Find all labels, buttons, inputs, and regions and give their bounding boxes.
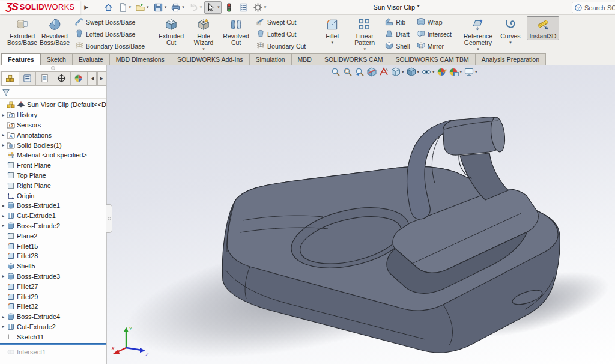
dropdown-arrow-icon[interactable]: ▾	[477, 47, 479, 52]
panel-tab-configuration-manager[interactable]	[35, 71, 53, 86]
dropdown-arrow-icon[interactable]: ▾	[509, 40, 512, 45]
tree-filter-button[interactable]	[0, 86, 106, 99]
shell-button[interactable]: Shell	[382, 40, 412, 52]
tree-item-intersect1[interactable]: Intersect1	[0, 347, 106, 357]
dropdown-arrow-icon[interactable]: ▾	[182, 5, 184, 10]
hide-show-items-button[interactable]: ▾	[421, 67, 435, 77]
select-button[interactable]: ▾	[204, 1, 222, 14]
intersect-button[interactable]: Intersect	[414, 28, 454, 40]
linear-pattern-button[interactable]: Linear Pattern▾	[348, 16, 381, 52]
tab-evaluate[interactable]: Evaluate	[72, 53, 110, 65]
open-button[interactable]: ▾	[133, 1, 151, 14]
panel-tabs-scroll-right[interactable]: ▶	[97, 71, 106, 86]
lofted-cut-button[interactable]: Lofted Cut	[253, 28, 308, 40]
options-button[interactable]	[237, 1, 250, 14]
expand-arrow-icon[interactable]: ▸	[0, 314, 7, 320]
dropdown-arrow-icon[interactable]: ▾	[217, 5, 220, 10]
dropdown-arrow-icon[interactable]: ▾	[332, 40, 334, 45]
tree-item-boss-extrude1[interactable]: ▸Boss-Extrude1	[0, 201, 106, 211]
expand-arrow-icon[interactable]: ▸	[0, 132, 7, 138]
undo-button[interactable]: ▾	[187, 1, 204, 14]
dropdown-arrow-icon[interactable]: ▾	[475, 70, 477, 74]
draft-button[interactable]: Draft	[382, 28, 412, 40]
dropdown-arrow-icon[interactable]: ▾	[402, 70, 404, 74]
hole-wizard-button[interactable]: Hole Wizard▾	[187, 16, 220, 52]
tab-analysis-preparation[interactable]: Analysis Preparation	[475, 53, 546, 65]
boundary-cut-button[interactable]: Boundary Cut	[253, 40, 308, 52]
curves-button[interactable]: Curves▾	[494, 16, 527, 46]
home-button[interactable]	[101, 1, 115, 14]
tree-item-right-plane[interactable]: Right Plane	[0, 180, 106, 190]
panel-tab-dimxpert-manager[interactable]	[53, 71, 71, 86]
tree-item-sensors[interactable]: Sensors	[0, 120, 106, 130]
dropdown-arrow-icon[interactable]: ▾	[200, 5, 202, 10]
revolved-boss-base-button[interactable]: Revolved Boss/Base	[38, 16, 71, 47]
display-style-button[interactable]: ▾	[406, 67, 420, 77]
tree-item-top-plane[interactable]: Top Plane	[0, 171, 106, 181]
view-orientation-button[interactable]: ▾	[390, 67, 405, 77]
dropdown-arrow-icon[interactable]: ▾	[147, 5, 149, 10]
tab-features[interactable]: Features	[1, 53, 41, 65]
tree-item-sketch11[interactable]: Sketch11	[0, 332, 106, 342]
section-view-button[interactable]	[366, 67, 377, 77]
panel-tab-featuremanager-tree[interactable]	[1, 71, 19, 86]
wrap-button[interactable]: Wrap	[414, 16, 454, 28]
apply-scene-button[interactable]: ▾	[449, 67, 463, 77]
tree-item-front-plane[interactable]: Front Plane	[0, 160, 106, 171]
zoom-to-area-button[interactable]	[342, 67, 353, 77]
tree-item-cut-extrude1[interactable]: ▸Cut-Extrude1	[0, 211, 106, 221]
tab-solidworks-cam-tbm[interactable]: SOLIDWORKS CAM TBM	[389, 53, 475, 65]
dropdown-arrow-icon[interactable]: ▾	[417, 70, 420, 74]
tab-mbd-dimensions[interactable]: MBD Dimensions	[109, 53, 171, 65]
panel-tabs-scroll-left[interactable]: ◀	[88, 71, 97, 86]
search-input[interactable]: ? Search SOLIDWORKS	[572, 2, 615, 13]
expand-arrow-icon[interactable]: ▸	[0, 213, 7, 219]
tree-item-fillet29[interactable]: Fillet29	[0, 291, 106, 302]
new-document-button[interactable]: ▾	[116, 1, 133, 14]
zoom-to-fit-button[interactable]	[330, 67, 341, 77]
tree-item-origin[interactable]: Origin	[0, 190, 106, 201]
tree-item-boss-extrude3[interactable]: ▸Boss-Extrude3	[0, 271, 106, 282]
dropdown-arrow-icon[interactable]: ▾	[202, 47, 205, 52]
rebuild-button[interactable]	[222, 1, 236, 14]
panel-resize-grip[interactable]	[0, 65, 106, 71]
tree-item-sun-visor-clip-default-default[interactable]: Sun Visor Clip (Default<<Default>	[0, 100, 106, 110]
revolved-cut-button[interactable]: Revolved Cut	[220, 16, 252, 47]
tab-solidworks-add-ins[interactable]: SOLIDWORKS Add-Ins	[171, 53, 250, 65]
expand-arrow-icon[interactable]: ▸	[0, 324, 7, 329]
panel-splitter-handle[interactable]	[106, 204, 112, 233]
instant3d-button[interactable]: Instant3D	[527, 16, 559, 40]
save-button[interactable]: ▾	[151, 1, 169, 14]
dropdown-arrow-icon[interactable]: ▾	[364, 47, 366, 52]
expand-arrow-icon[interactable]: ▸	[0, 112, 7, 118]
graphics-viewport[interactable]: ▾▾▾▾▾	[107, 65, 615, 364]
tree-item-shell5[interactable]: Shell5	[0, 261, 106, 271]
tab-solidworks-cam[interactable]: SOLIDWORKS CAM	[318, 53, 389, 65]
tree-item-material-not-specified[interactable]: Material <not specified>	[0, 150, 106, 160]
dropdown-arrow-icon[interactable]: ▾	[432, 70, 435, 74]
panel-tab-display-manager[interactable]	[70, 71, 88, 86]
tree-item-cut-extrude2[interactable]: ▸Cut-Extrude2	[0, 322, 106, 332]
lofted-boss-base-button[interactable]: Lofted Boss/Base	[72, 28, 147, 40]
mirror-button[interactable]: Mirror	[414, 40, 454, 52]
view-settings-button[interactable]: ▾	[464, 67, 478, 77]
expand-arrow-icon[interactable]: ▸	[0, 273, 7, 279]
boundary-boss-base-button[interactable]: Boundary Boss/Base	[72, 40, 147, 52]
previous-view-button[interactable]	[354, 67, 365, 77]
tab-simulation[interactable]: Simulation	[249, 53, 292, 65]
fillet-button[interactable]: Fillet▾	[316, 16, 348, 46]
tree-item-boss-extrude4[interactable]: ▸Boss-Extrude4	[0, 312, 106, 322]
rollback-bar[interactable]	[0, 343, 106, 345]
rib-button[interactable]: Rib	[382, 16, 412, 28]
tree-item-boss-extrude2[interactable]: ▸Boss-Extrude2	[0, 221, 106, 231]
sun-visor-clip-model[interactable]	[107, 65, 613, 364]
tree-item-fillet32[interactable]: Fillet32	[0, 302, 106, 312]
tab-sketch[interactable]: Sketch	[40, 53, 73, 65]
tree-item-fillet15[interactable]: Fillet15	[0, 241, 106, 251]
tree-item-annotations[interactable]: ▸AAnnotations	[0, 130, 106, 140]
edit-appearance-button[interactable]	[437, 67, 447, 77]
swept-cut-button[interactable]: Swept Cut	[253, 16, 308, 28]
tree-item-history[interactable]: ▸History	[0, 110, 106, 120]
extruded-boss-base-button[interactable]: Extruded Boss/Base	[6, 16, 38, 47]
tab-mbd[interactable]: MBD	[291, 53, 318, 65]
